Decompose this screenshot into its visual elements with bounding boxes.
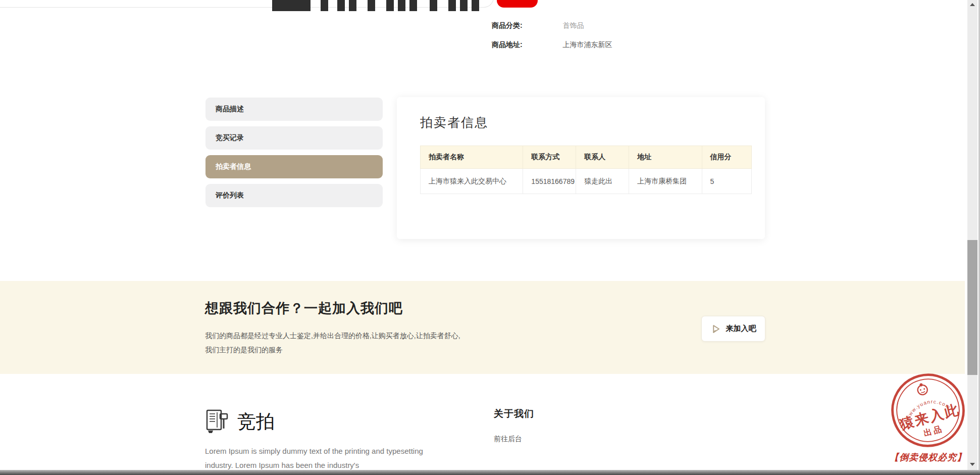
product-address-value: 上海市浦东新区 bbox=[563, 40, 612, 49]
col-header-credit: 信用分 bbox=[702, 146, 751, 169]
tab-bid-records[interactable]: 竞买记录 bbox=[205, 126, 383, 150]
product-category-value: 首饰品 bbox=[563, 21, 584, 29]
join-description: 我们的商品都是经过专业人士鉴定,并给出合理的价格,让购买者放心,让拍卖者舒心,我… bbox=[205, 328, 463, 357]
seller-panel-title: 拍卖者信息 bbox=[420, 114, 488, 131]
barcode-bar bbox=[460, 0, 468, 11]
barcode-bar bbox=[398, 0, 405, 11]
footer-backend-link[interactable]: 前往后台 bbox=[494, 435, 522, 444]
monkey-seal-stamp-icon: www.yuanrc.com 猿来入此 出品 bbox=[890, 372, 966, 449]
tab-product-description[interactable]: 商品描述 bbox=[205, 98, 383, 121]
piracy-warning-text: 【倒卖侵权必究】 bbox=[885, 451, 971, 463]
product-category-label: 商品分类: bbox=[492, 21, 523, 29]
tab-seller-info[interactable]: 拍卖者信息 bbox=[205, 155, 383, 178]
primary-action-button-fragment[interactable] bbox=[497, 0, 538, 8]
barcode-bar bbox=[321, 0, 328, 11]
triangle-up-icon bbox=[970, 3, 975, 6]
col-header-seller-name: 拍卖者名称 bbox=[421, 146, 523, 169]
col-header-address: 地址 bbox=[629, 146, 702, 169]
product-address-row: 商品地址: 上海市浦东新区 bbox=[492, 40, 612, 50]
tab-label: 拍卖者信息 bbox=[216, 162, 251, 171]
scroll-up-button[interactable] bbox=[967, 0, 977, 9]
footer-lorem-line1: Lorem Ipsum is simply dummy text of the … bbox=[205, 447, 423, 455]
barcode-bar bbox=[472, 0, 479, 11]
join-button[interactable]: 来加入吧 bbox=[701, 316, 765, 342]
scrollbar-thumb[interactable] bbox=[967, 240, 977, 375]
brand-name: 竞拍 bbox=[237, 409, 275, 435]
tab-label: 竞买记录 bbox=[216, 133, 244, 142]
scrollbar-track[interactable] bbox=[967, 0, 977, 475]
product-address-label: 商品地址: bbox=[492, 40, 523, 49]
triangle-down-icon bbox=[970, 463, 975, 466]
cell-contact: 15518166789 bbox=[523, 169, 576, 194]
table-header-row: 拍卖者名称 联系方式 联系人 地址 信用分 bbox=[421, 146, 752, 169]
col-header-contact: 联系方式 bbox=[523, 146, 576, 169]
barcode-bar bbox=[409, 0, 417, 11]
barcode-bar bbox=[430, 0, 437, 11]
cell-credit: 5 bbox=[702, 169, 751, 194]
join-us-band bbox=[0, 281, 965, 374]
seller-info-table: 拍卖者名称 联系方式 联系人 地址 信用分 上海市猿来入此交易中心 155181… bbox=[420, 146, 752, 194]
brand-logo-icon bbox=[205, 407, 232, 438]
footer-about-title: 关于我们 bbox=[494, 407, 534, 420]
barcode-bar bbox=[386, 0, 394, 11]
play-icon bbox=[711, 324, 721, 334]
join-button-label: 来加入吧 bbox=[726, 324, 756, 334]
tab-review-list[interactable]: 评价列表 bbox=[205, 184, 383, 207]
svg-text:出品: 出品 bbox=[922, 424, 944, 438]
tab-label: 评价列表 bbox=[216, 191, 244, 200]
barcode-bar bbox=[337, 0, 345, 11]
cell-address: 上海市康桥集团 bbox=[629, 169, 702, 194]
scroll-down-button[interactable] bbox=[967, 460, 977, 469]
product-category-row: 商品分类: 首饰品 bbox=[492, 21, 584, 30]
window-bottom-edge bbox=[0, 470, 980, 475]
col-header-contact-person: 联系人 bbox=[576, 146, 629, 169]
cell-seller-name: 上海市猿来入此交易中心 bbox=[421, 169, 523, 194]
tab-label: 商品描述 bbox=[216, 105, 244, 114]
barcode-bar bbox=[349, 0, 356, 11]
footer-lorem-line2: industry. Lorem Ipsum has been the indus… bbox=[205, 461, 359, 469]
product-card-bottom-edge bbox=[0, 0, 494, 8]
table-row: 上海市猿来入此交易中心 15518166789 猿走此出 上海市康桥集团 5 bbox=[421, 169, 752, 194]
cell-contact-person: 猿走此出 bbox=[576, 169, 629, 194]
barcode-bar bbox=[448, 0, 456, 11]
barcode-bar bbox=[272, 0, 311, 11]
barcode-bar bbox=[368, 0, 375, 11]
join-title: 想跟我们合作？一起加入我们吧 bbox=[205, 299, 403, 317]
